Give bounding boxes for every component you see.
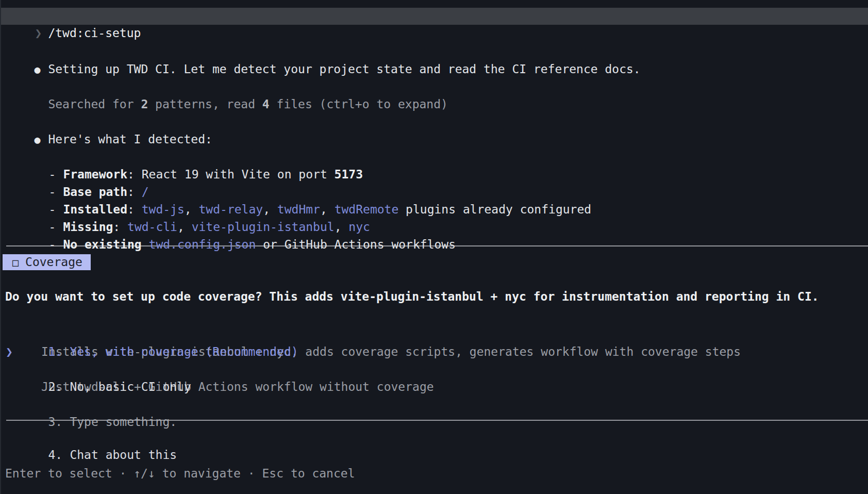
intro-text: Setting up TWD CI. Let me detect your pr… xyxy=(48,62,640,76)
search-summary-prefix: Searched for xyxy=(48,97,141,111)
framework-port: 5173 xyxy=(335,168,363,181)
comma: , xyxy=(335,220,349,234)
file-count: 4 xyxy=(262,97,270,111)
comma: , xyxy=(177,220,192,234)
comma: , xyxy=(263,203,277,216)
option-3-type-something[interactable]: 3.Type something. xyxy=(1,396,868,413)
separator: : xyxy=(127,203,142,216)
list-dash: - xyxy=(48,201,63,218)
spacer xyxy=(1,0,868,8)
option-label: Chat about this xyxy=(70,448,177,462)
installed-plugin: twdRemote xyxy=(335,203,399,216)
bullet-icon: ● xyxy=(34,131,48,149)
spacer xyxy=(1,270,868,288)
separator: : xyxy=(113,220,127,234)
coverage-badge-label: Coverage xyxy=(25,255,82,269)
checkbox-square-icon: □ xyxy=(12,255,19,271)
option-4-chat-about-this[interactable]: 4.Chat about this xyxy=(1,429,868,446)
option-number: 2. xyxy=(48,378,70,396)
selection-pointer-icon: ❯ xyxy=(6,343,13,360)
config-file-name: twd.config.json xyxy=(149,238,256,251)
option-2-no-basic-ci[interactable]: 2.No, basic CI only xyxy=(1,360,868,378)
terminal-screen: ❯/twd:ci-setup ●Setting up TWD CI. Let m… xyxy=(0,0,868,494)
detected-item-framework: -Framework: React 19 with Vite on port 5… xyxy=(1,148,868,166)
installed-label: Installed xyxy=(63,203,127,216)
list-dash: - xyxy=(48,236,63,253)
no-existing-suffix: or GitHub Actions workflows xyxy=(256,238,456,251)
spacer xyxy=(1,305,868,325)
option-1-yes-with-coverage[interactable]: ❯1.Yes, with coverage (Recommended) xyxy=(1,325,868,343)
installed-suffix: plugins already configured xyxy=(398,203,591,216)
installed-plugin: twd-js xyxy=(142,203,185,216)
option-label: No, basic CI only xyxy=(70,380,191,393)
base-path-label: Base path xyxy=(63,185,127,199)
missing-package: vite-plugin-istanbul xyxy=(192,220,335,234)
installed-plugin: twd-relay xyxy=(199,203,263,216)
separator xyxy=(142,238,149,251)
installed-plugin: twdHmr xyxy=(277,203,320,216)
separator: : xyxy=(127,168,142,181)
option-label: Type something. xyxy=(70,415,177,429)
comma: , xyxy=(185,203,199,216)
missing-label: Missing xyxy=(63,220,113,234)
comma: , xyxy=(320,203,335,216)
search-summary-middle: patterns, read xyxy=(148,97,262,111)
separator: : xyxy=(127,185,142,199)
option-number: 1. xyxy=(48,343,70,360)
no-existing-label: No existing xyxy=(63,238,141,251)
missing-package: twd-cli xyxy=(127,220,177,234)
search-summary: Searched for 2 patterns, read 4 files (c… xyxy=(1,78,868,95)
framework-value: React 19 with Vite on port xyxy=(142,168,335,181)
option-number: 4. xyxy=(48,446,70,464)
option-number: 3. xyxy=(48,413,70,431)
bullet-icon: ● xyxy=(34,61,48,78)
framework-label: Framework xyxy=(63,168,127,181)
assistant-message-intro: ●Setting up TWD CI. Let me detect your p… xyxy=(1,43,868,60)
assistant-message-detected-header: ●Here's what I detected: xyxy=(1,113,868,130)
detected-header-text: Here's what I detected: xyxy=(48,133,212,146)
command-bar: ❯/twd:ci-setup xyxy=(1,8,868,25)
base-path-value: / xyxy=(142,185,149,199)
coverage-badge: □Coverage xyxy=(3,254,91,270)
dialog-question: Do you want to set up code coverage? Thi… xyxy=(1,288,868,305)
search-summary-suffix: files (ctrl+o to expand) xyxy=(270,97,448,111)
list-dash: - xyxy=(48,166,63,183)
coverage-badge-row: □Coverage xyxy=(3,254,868,270)
option-label: Yes, with coverage (Recommended) xyxy=(70,345,298,358)
command-text: /twd:ci-setup xyxy=(48,26,141,40)
prompt-chevron-icon: ❯ xyxy=(35,25,48,42)
list-dash: - xyxy=(48,183,63,201)
list-dash: - xyxy=(48,218,63,236)
missing-package: nyc xyxy=(348,220,370,234)
pattern-count: 2 xyxy=(141,97,148,111)
keyboard-hints: Enter to select · ↑/↓ to navigate · Esc … xyxy=(1,465,868,482)
